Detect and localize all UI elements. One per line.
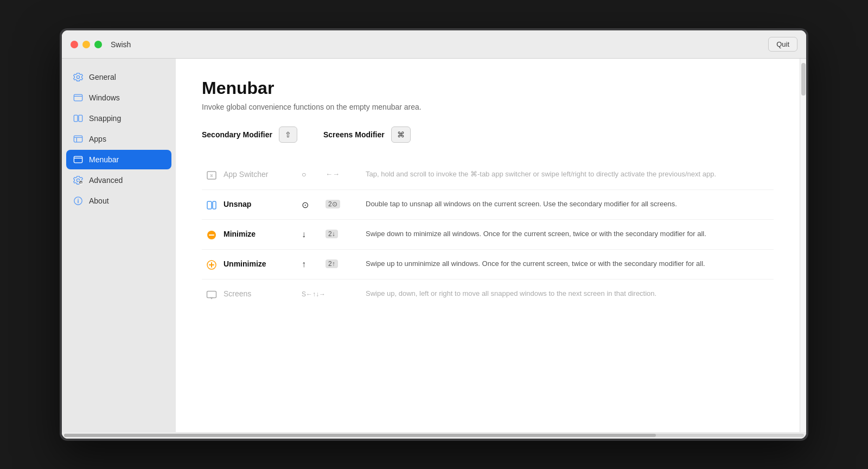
menubar-icon	[73, 154, 84, 165]
unsnap-name: Unsnap	[224, 199, 299, 208]
sidebar-label-about: About	[89, 197, 109, 205]
unsnap-gesture: ⊙	[302, 199, 323, 210]
window: Swish Quit General	[62, 30, 806, 439]
unminimize-icon	[202, 258, 221, 270]
minimize-gesture: ↓	[302, 229, 323, 239]
svg-point-13	[78, 199, 79, 200]
window-shell: Swish Quit General	[60, 28, 808, 441]
unminimize-name: Unminimize	[224, 258, 299, 268]
snapping-icon	[73, 113, 84, 124]
advanced-icon: ⚙	[73, 175, 84, 186]
minimize-name: Minimize	[224, 229, 299, 238]
h-scrollbar-track[interactable]	[64, 434, 804, 437]
sidebar-label-advanced: Advanced	[89, 176, 123, 185]
horizontal-scrollbar	[62, 432, 806, 439]
svg-rect-17	[213, 201, 216, 209]
unminimize-combo: 2↑	[326, 258, 363, 268]
app-switcher-combo: ←→	[326, 169, 363, 178]
svg-text:⌘: ⌘	[210, 173, 213, 179]
sidebar-label-menubar: Menubar	[89, 155, 119, 164]
sidebar-item-snapping[interactable]: Snapping	[66, 109, 171, 128]
secondary-modifier-key[interactable]: ⇧	[279, 126, 297, 143]
unminimize-gesture: ↑	[302, 258, 323, 269]
unminimize-desc: Swipe up to unminimize all windows. Once…	[366, 258, 774, 269]
about-icon	[73, 195, 84, 206]
modifier-row: Secondary Modifier ⇧ Screens Modifier ⌘	[202, 126, 774, 143]
svg-rect-7	[74, 156, 82, 163]
screens-modifier-label: Screens Modifier	[323, 130, 385, 139]
app-switcher-icon: ⌘	[202, 169, 221, 181]
gear-icon	[73, 72, 84, 83]
sidebar-label-snapping: Snapping	[89, 114, 121, 123]
feature-row-unsnap: Unsnap ⊙ 2⊙ Double tap to unsnap all win…	[202, 190, 774, 220]
main-layout: General Windows	[62, 59, 806, 432]
titlebar: Swish Quit	[62, 30, 806, 59]
svg-rect-16	[207, 201, 212, 209]
scrollbar-thumb[interactable]	[801, 63, 806, 96]
app-title: Swish	[111, 40, 131, 49]
sidebar-item-apps[interactable]: Apps	[66, 129, 171, 149]
quit-button[interactable]: Quit	[768, 37, 797, 52]
app-switcher-desc: Tap, hold and scroll to invoke the ⌘-tab…	[366, 169, 774, 180]
app-switcher-gesture: ○	[302, 169, 323, 179]
minimize-combo: 2↓	[326, 229, 363, 238]
minimize-button[interactable]	[82, 41, 90, 48]
close-button[interactable]	[71, 41, 78, 48]
svg-rect-4	[74, 136, 82, 142]
minimize-icon	[202, 229, 221, 240]
screens-name: Screens	[224, 288, 299, 298]
unsnap-combo: 2⊙	[326, 199, 363, 208]
feature-row-unminimize: Unminimize ↑ 2↑ Swipe up to unminimize a…	[202, 250, 774, 280]
svg-rect-23	[207, 291, 216, 298]
sidebar-label-windows: Windows	[89, 93, 120, 102]
svg-rect-2	[74, 115, 78, 122]
unsnap-icon	[202, 199, 221, 211]
h-scrollbar-thumb[interactable]	[64, 434, 656, 437]
sidebar: General Windows	[62, 59, 176, 432]
feature-row-screens: Screens S←↑↓→ Swipe up, down, left or ri…	[202, 280, 774, 309]
sidebar-label-apps: Apps	[89, 135, 106, 143]
feature-row-app-switcher: ⌘ App Switcher ○ ←→ Tap, hold and scroll…	[202, 160, 774, 190]
sidebar-item-general[interactable]: General	[66, 67, 171, 87]
screens-combo	[326, 288, 363, 289]
svg-rect-0	[74, 94, 82, 101]
sidebar-item-about[interactable]: About	[66, 191, 171, 211]
app-switcher-name: App Switcher	[224, 169, 299, 179]
page-subtitle: Invoke global convenience functions on t…	[202, 103, 774, 111]
screens-gesture: S←↑↓→	[302, 288, 323, 298]
screens-modifier-key[interactable]: ⌘	[391, 126, 411, 143]
feature-list: ⌘ App Switcher ○ ←→ Tap, hold and scroll…	[202, 160, 774, 309]
windows-icon	[73, 92, 84, 103]
sidebar-item-windows[interactable]: Windows	[66, 88, 171, 107]
page-title: Menubar	[202, 78, 774, 98]
sidebar-item-menubar[interactable]: Menubar	[66, 150, 171, 169]
sidebar-label-general: General	[89, 73, 116, 81]
maximize-button[interactable]	[94, 41, 102, 48]
svg-rect-3	[79, 115, 82, 122]
minimize-desc: Swipe down to minimize all windows. Once…	[366, 229, 774, 239]
screens-feature-icon	[202, 288, 221, 300]
unsnap-desc: Double tap to unsnap all windows on the …	[366, 199, 774, 210]
feature-row-minimize: Minimize ↓ 2↓ Swipe down to minimize all…	[202, 220, 774, 250]
content-area: Menubar Invoke global convenience functi…	[176, 59, 800, 432]
apps-icon	[73, 134, 84, 144]
traffic-lights	[71, 41, 102, 48]
secondary-modifier-label: Secondary Modifier	[202, 130, 272, 139]
sidebar-item-advanced[interactable]: ⚙ Advanced	[66, 170, 171, 190]
scrollbar-track[interactable]	[800, 59, 806, 432]
screens-desc: Swipe up, down, left or right to move al…	[366, 288, 774, 299]
